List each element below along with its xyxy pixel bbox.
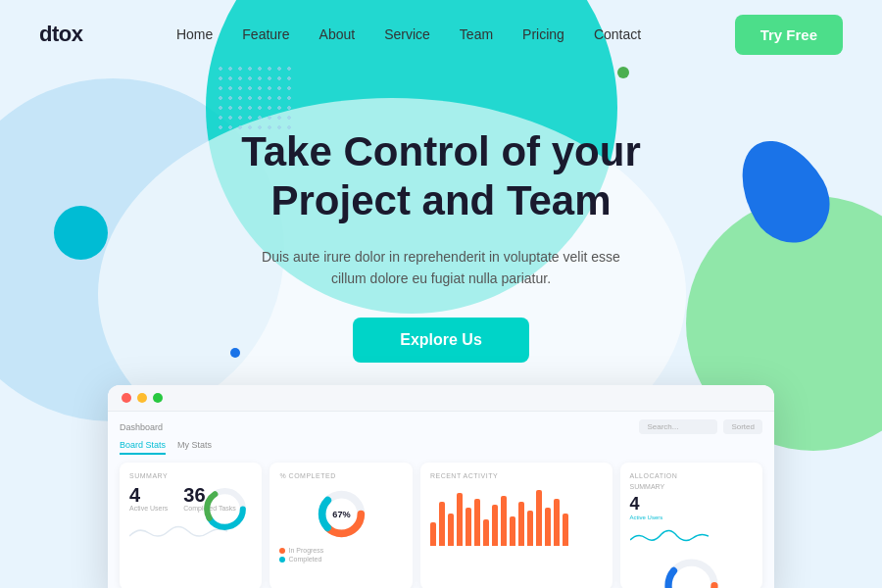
summary-card-label: SUMMARY xyxy=(129,472,252,479)
activity-card: Recent Activity xyxy=(420,463,612,588)
bar-16 xyxy=(563,514,568,546)
allocation-number: 4 xyxy=(630,494,753,514)
tasks-donut: 67% xyxy=(315,487,368,541)
nav-contact[interactable]: Contact xyxy=(594,26,641,42)
activity-bar-chart xyxy=(430,487,603,546)
window-dot-green xyxy=(153,393,163,403)
bar-7 xyxy=(483,519,489,546)
tasks-card: % Completed 67% In Progress xyxy=(270,463,412,588)
bar-11 xyxy=(518,502,524,546)
window-dot-yellow xyxy=(137,393,147,403)
window-body: Dashboard Search... Sorted Board Stats M… xyxy=(108,412,774,588)
bar-12 xyxy=(527,511,533,546)
navbar: dtox Home Feature About Service Team Pri… xyxy=(0,0,882,69)
nav-pricing[interactable]: Pricing xyxy=(522,26,564,42)
dash-tabs: Board Stats My Stats xyxy=(120,440,762,455)
try-free-button[interactable]: Try Free xyxy=(735,15,843,55)
bar-4 xyxy=(457,493,463,546)
bar-14 xyxy=(545,508,551,546)
bar-13 xyxy=(536,490,542,546)
bar-3 xyxy=(448,514,454,546)
bar-8 xyxy=(492,505,498,546)
allocation-donut xyxy=(660,554,723,588)
bar-2 xyxy=(439,502,445,546)
window-dot-red xyxy=(122,393,131,403)
bar-6 xyxy=(474,499,480,546)
nav-links: Home Feature About Service Team Pricing … xyxy=(176,25,641,43)
dash-topbar: Dashboard Search... Sorted xyxy=(120,419,762,434)
nav-service[interactable]: Service xyxy=(384,26,430,42)
active-users-stat: 4 Active Users xyxy=(129,485,168,512)
summary-donut xyxy=(198,482,252,540)
window-titlebar xyxy=(108,385,774,412)
nav-about[interactable]: About xyxy=(319,26,356,42)
allocation-sub-label: Active Users xyxy=(630,514,753,520)
bar-10 xyxy=(510,516,515,546)
dash-title: Dashboard xyxy=(120,422,163,432)
dash-search: Search... xyxy=(639,419,717,434)
allocation-summary-label: SUMMARY xyxy=(630,483,753,490)
bar-9 xyxy=(501,496,507,546)
logo: dtox xyxy=(39,22,82,47)
tasks-card-label: % Completed xyxy=(279,472,402,479)
dash-tab-my-stats[interactable]: My Stats xyxy=(177,440,212,455)
hero-headline-line2: Project and Team xyxy=(271,177,612,223)
dashboard-window: Dashboard Search... Sorted Board Stats M… xyxy=(108,385,774,588)
active-users-label: Active Users xyxy=(129,505,168,512)
bar-1 xyxy=(430,522,436,546)
allocation-label: ALLOCATION xyxy=(630,472,753,479)
allocation-card: ALLOCATION SUMMARY 4 Active Users xyxy=(620,463,762,588)
hero-subtext: Duis aute irure dolor in reprehenderit i… xyxy=(255,246,627,290)
hero-section: Take Control of your Project and Team Du… xyxy=(0,69,882,363)
explore-button[interactable]: Explore Us xyxy=(353,318,529,363)
active-users-number: 4 xyxy=(129,485,168,505)
activity-card-label: Recent Activity xyxy=(430,472,603,479)
nav-feature[interactable]: Feature xyxy=(242,26,289,42)
bar-15 xyxy=(554,499,560,546)
dash-sort: Sorted xyxy=(723,419,762,434)
dashboard-mockup: Dashboard Search... Sorted Board Stats M… xyxy=(108,385,774,588)
svg-point-7 xyxy=(668,563,714,588)
dash-tab-board-stats[interactable]: Board Stats xyxy=(120,440,166,455)
summary-card: SUMMARY 4 Active Users 36 Completed Task… xyxy=(120,463,262,588)
hero-headline: Take Control of your Project and Team xyxy=(0,127,882,226)
hero-headline-line1: Take Control of your xyxy=(241,128,641,174)
svg-text:67%: 67% xyxy=(332,510,350,519)
dash-content: SUMMARY 4 Active Users 36 Completed Task… xyxy=(120,463,762,588)
bar-5 xyxy=(466,508,471,546)
allocation-wave xyxy=(630,526,709,546)
nav-team[interactable]: Team xyxy=(460,26,493,42)
nav-home[interactable]: Home xyxy=(176,26,213,42)
